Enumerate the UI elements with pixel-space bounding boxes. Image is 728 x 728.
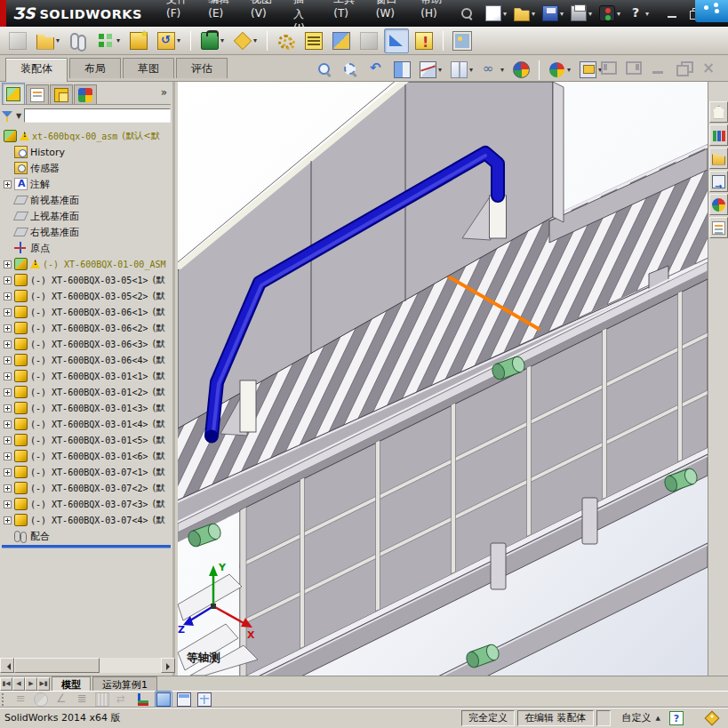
status-help-button[interactable]: ? xyxy=(669,711,684,725)
file-explorer-button[interactable] xyxy=(709,148,728,169)
filter-caret-icon[interactable]: ▼ xyxy=(16,112,21,120)
pane-left-button[interactable] xyxy=(600,60,618,76)
custom-dropdown[interactable]: 自定义 ▲ xyxy=(622,711,660,724)
tree-item-component[interactable]: (-) XT-600BQX-03-01<3> (默 xyxy=(0,400,172,416)
tree-item[interactable]: 前视基准面 xyxy=(0,192,172,208)
instant3d-button[interactable] xyxy=(384,28,409,53)
split-view-button[interactable] xyxy=(175,691,193,708)
doc-minimize-button[interactable] xyxy=(650,60,668,76)
dims-button[interactable] xyxy=(93,691,111,708)
tree-item[interactable]: 注解 xyxy=(0,176,172,192)
scroll-left-button[interactable] xyxy=(0,658,14,673)
tab-nav-button[interactable]: ◀ xyxy=(12,677,25,691)
new-button[interactable] xyxy=(483,4,509,23)
tree-item[interactable]: 原点 xyxy=(0,240,172,256)
move-component-button[interactable] xyxy=(154,28,184,53)
tree-item-component[interactable]: (-) XT-600BQX-03-07<1> (默 xyxy=(0,464,172,480)
search-pin-icon[interactable] xyxy=(460,6,470,20)
appearance-bars-button[interactable] xyxy=(73,691,91,708)
mate-button[interactable] xyxy=(66,28,91,53)
measure-tool-button[interactable] xyxy=(52,691,70,708)
expand-icon[interactable] xyxy=(4,388,12,396)
toolbar-grip[interactable] xyxy=(2,693,6,706)
doc-close-button[interactable]: × xyxy=(700,60,717,76)
tree-item[interactable]: History xyxy=(0,144,172,160)
command-tab[interactable]: 装配体 xyxy=(5,58,68,82)
bill-of-materials-button[interactable] xyxy=(301,28,326,53)
rollback-bar[interactable] xyxy=(2,545,171,548)
tree-item[interactable]: 右视基准面 xyxy=(0,224,172,240)
help-button[interactable] xyxy=(625,4,652,23)
expand-icon[interactable] xyxy=(4,500,12,508)
print-button[interactable] xyxy=(568,4,595,23)
disp-mgr-tab[interactable] xyxy=(74,84,97,104)
tree-item-component[interactable]: (-) XT-600BQX-03-01<6> (默 xyxy=(0,448,172,464)
tree-item-component[interactable]: (-) XT-600BQX-03-01<1> (默 xyxy=(0,368,172,384)
fm-tree-tab[interactable] xyxy=(2,83,25,104)
expand-icon[interactable] xyxy=(4,260,12,268)
scene-button[interactable] xyxy=(545,58,574,82)
axes-tool-button[interactable] xyxy=(134,691,152,708)
tree-filter-input[interactable] xyxy=(24,108,171,123)
expand-icon[interactable] xyxy=(4,436,12,444)
previous-view-button[interactable] xyxy=(364,58,388,82)
expand-icon[interactable] xyxy=(4,180,12,188)
screen-capture-button[interactable] xyxy=(450,28,475,53)
hide-show-button[interactable] xyxy=(478,58,508,82)
tab-nav-button[interactable]: ▶▮ xyxy=(37,677,50,691)
section-view-button[interactable] xyxy=(390,58,414,82)
tree-item-component[interactable]: (-) XT-600BQX-01-00_ASM xyxy=(0,256,172,272)
custom-properties-button[interactable] xyxy=(709,217,728,238)
reference-geometry-button[interactable] xyxy=(230,28,260,53)
tree-item-component[interactable]: (-) XT-600BQX-03-05<2> (默 xyxy=(0,288,172,304)
smart-fasteners-button[interactable] xyxy=(126,28,151,53)
view-palette-button[interactable] xyxy=(709,171,728,192)
tree-horizontal-scrollbar[interactable] xyxy=(0,658,175,673)
open-button[interactable] xyxy=(511,4,538,23)
tag-icon[interactable] xyxy=(705,710,720,725)
command-tab[interactable]: 评估 xyxy=(176,58,228,78)
open-part-button[interactable] xyxy=(33,28,63,53)
tab-nav-button[interactable]: ▶ xyxy=(25,677,37,691)
tree-item-component[interactable]: (-) XT-600BQX-03-07<2> (默 xyxy=(0,480,172,496)
edit-appearance-button[interactable] xyxy=(509,58,533,82)
component-pattern-button[interactable] xyxy=(93,28,124,53)
doc-restore-button[interactable] xyxy=(675,60,692,76)
section-tool-button[interactable] xyxy=(32,691,50,708)
exploded-view-button[interactable] xyxy=(329,28,354,53)
expand-icon[interactable] xyxy=(4,292,12,300)
chevron-expand-icon[interactable]: » xyxy=(161,86,167,99)
tree-item-mates[interactable]: 配合 xyxy=(0,528,172,544)
zoom-fit-button[interactable] xyxy=(313,58,337,82)
expand-icon[interactable] xyxy=(4,356,12,364)
tree-item-component[interactable]: (-) XT-600BQX-03-06<1> (默 xyxy=(0,304,172,320)
tree-item-component[interactable]: (-) XT-600BQX-03-06<3> (默 xyxy=(0,336,172,352)
tab-nav-button[interactable]: ▮◀ xyxy=(0,677,12,691)
expand-icon[interactable] xyxy=(4,468,12,476)
design-library-button[interactable] xyxy=(709,124,728,146)
tree-item-component[interactable]: (-) XT-600BQX-03-06<2> (默 xyxy=(0,320,172,336)
tree-item-component[interactable]: (-) XT-600BQX-03-01<5> (默 xyxy=(0,432,172,448)
document-tab[interactable]: 运动算例1 xyxy=(92,676,157,691)
explode-line-sketch-button[interactable] xyxy=(356,28,381,53)
expand-icon[interactable] xyxy=(4,420,12,428)
expand-icon[interactable] xyxy=(4,276,12,284)
command-tab[interactable]: 布局 xyxy=(69,58,121,78)
shaded-view-button[interactable] xyxy=(155,691,172,708)
graphics-viewport[interactable]: Y X Z 等轴测 xyxy=(178,82,708,676)
tree-item-component[interactable]: (-) XT-600BQX-03-01<2> (默 xyxy=(0,384,172,400)
wall-foot[interactable] xyxy=(582,498,597,544)
tree-item[interactable]: 传感器 xyxy=(0,160,172,176)
expand-icon[interactable] xyxy=(4,452,12,460)
tree-item-component[interactable]: (-) XT-600BQX-03-07<3> (默 xyxy=(0,496,172,512)
expand-icon[interactable] xyxy=(4,324,12,332)
zoom-area-button[interactable] xyxy=(339,58,363,82)
command-tab[interactable]: 草图 xyxy=(123,58,174,78)
pane-right-button[interactable] xyxy=(625,60,643,76)
insert-component-button[interactable] xyxy=(5,28,30,53)
save-button[interactable] xyxy=(540,4,566,23)
scroll-right-button[interactable] xyxy=(161,658,175,673)
cfg-mgr-tab[interactable] xyxy=(50,84,73,104)
tree-item-component[interactable]: (-) XT-600BQX-03-05<1> (默 xyxy=(0,272,172,288)
appearances-button[interactable] xyxy=(709,194,728,215)
